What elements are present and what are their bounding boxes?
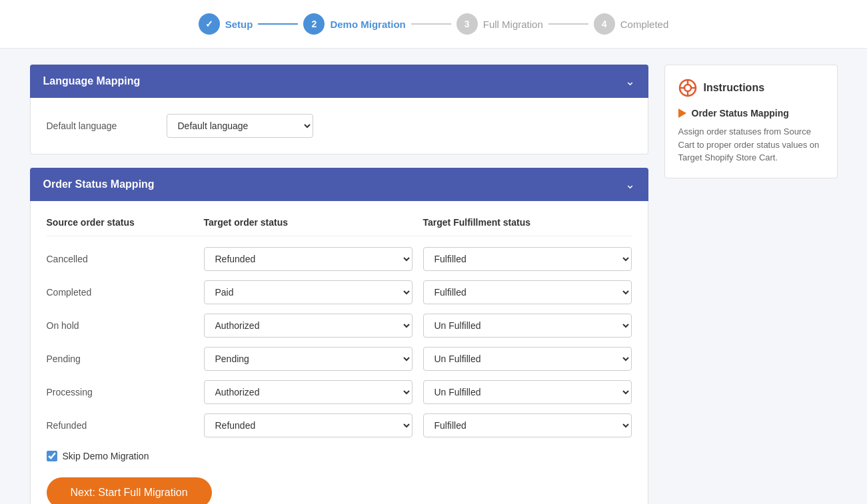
step-demo-label: Demo Migration [330, 19, 405, 30]
fulfillment-select-cancelled[interactable]: Fulfilled Un Fulfilled Partially Fulfill… [423, 247, 632, 271]
order-status-mapping-section: Order Status Mapping ⌄ Source order stat… [30, 168, 648, 504]
fulfillment-select-processing[interactable]: Fulfilled Un Fulfilled Partially Fulfill… [423, 380, 632, 404]
step-demo-circle: 2 [303, 13, 325, 35]
instructions-panel: Instructions Order Status Mapping Assign… [664, 65, 838, 178]
language-mapping-chevron: ⌄ [625, 74, 635, 89]
skip-demo-checkbox[interactable] [47, 451, 57, 461]
source-status-cancelled: Cancelled [47, 254, 193, 264]
instructions-heading: Instructions [704, 82, 765, 94]
source-status-onhold: On hold [47, 320, 193, 331]
step-setup-circle: ✓ [199, 13, 220, 35]
table-row: Completed Refunded Paid Authorized Pendi… [47, 280, 632, 304]
source-status-refunded: Refunded [47, 420, 193, 431]
step-full-circle: 3 [456, 13, 478, 35]
fulfillment-header: Target Fulfillment status [423, 217, 632, 228]
mapping-table-header: Source order status Target order status … [47, 217, 632, 236]
order-status-mapping-title: Order Status Mapping [43, 178, 155, 190]
step-full: 3 Full Migration [456, 13, 543, 35]
target-select-pending[interactable]: Refunded Paid Authorized Pending Partial… [204, 347, 413, 371]
step-completed-label: Completed [620, 19, 669, 30]
target-select-refunded[interactable]: Refunded Paid Authorized Pending Partial… [204, 413, 413, 437]
source-status-processing: Processing [47, 387, 193, 397]
arrow-right-icon [678, 109, 686, 118]
instructions-section-header: Order Status Mapping [678, 108, 824, 119]
fulfillment-select-pending[interactable]: Fulfilled Un Fulfilled Partially Fulfill… [423, 347, 632, 371]
stepper: ✓ Setup 2 Demo Migration 3 Full Migratio… [0, 0, 867, 49]
table-row: Processing Refunded Paid Authorized Pend… [47, 380, 632, 404]
source-status-pending: Pending [47, 354, 193, 364]
table-row: On hold Refunded Paid Authorized Pending… [47, 314, 632, 338]
content-area: Language Mapping ⌄ Default language Defa… [30, 65, 648, 504]
instructions-description: Assign order statuses from Source Cart t… [678, 125, 824, 164]
order-status-chevron: ⌄ [625, 177, 635, 192]
step-demo: 2 Demo Migration [303, 13, 405, 35]
target-select-cancelled[interactable]: Refunded Paid Authorized Pending Partial… [204, 247, 413, 271]
language-mapping-header[interactable]: Language Mapping ⌄ [30, 65, 648, 98]
source-status-completed: Completed [47, 287, 193, 298]
target-select-processing[interactable]: Refunded Paid Authorized Pending Partial… [204, 380, 413, 404]
default-language-select[interactable]: Default language English French German S… [167, 114, 313, 138]
order-status-mapping-header[interactable]: Order Status Mapping ⌄ [30, 168, 648, 201]
target-select-completed[interactable]: Refunded Paid Authorized Pending Partial… [204, 280, 413, 304]
language-mapping-body: Default language Default language Englis… [30, 98, 648, 154]
connector-1 [258, 23, 298, 25]
fulfillment-select-onhold[interactable]: Fulfilled Un Fulfilled Partially Fulfill… [423, 314, 632, 338]
instructions-section-title-text: Order Status Mapping [692, 108, 789, 119]
language-form-row: Default language Default language Englis… [47, 114, 632, 138]
table-row: Pending Refunded Paid Authorized Pending… [47, 347, 632, 371]
step-full-label: Full Migration [483, 19, 543, 30]
table-row: Cancelled Refunded Paid Authorized Pendi… [47, 247, 632, 271]
step-setup: ✓ Setup [199, 13, 253, 35]
step-setup-label: Setup [225, 19, 253, 30]
connector-2 [411, 23, 451, 25]
table-row: Refunded Refunded Paid Authorized Pendin… [47, 413, 632, 437]
skip-demo-row: Skip Demo Migration [47, 451, 632, 461]
target-select-onhold[interactable]: Refunded Paid Authorized Pending Partial… [204, 314, 413, 338]
order-status-mapping-body: Source order status Target order status … [30, 201, 648, 504]
language-mapping-title: Language Mapping [43, 75, 141, 87]
connector-3 [548, 23, 588, 25]
main-layout: Language Mapping ⌄ Default language Defa… [14, 65, 854, 504]
language-mapping-section: Language Mapping ⌄ Default language Defa… [30, 65, 648, 154]
step-completed: 4 Completed [594, 13, 669, 35]
fulfillment-select-completed[interactable]: Fulfilled Un Fulfilled Partially Fulfill… [423, 280, 632, 304]
next-start-full-migration-button[interactable]: Next: Start Full Migration [47, 477, 212, 504]
mapping-table: Source order status Target order status … [47, 217, 632, 437]
lifesaver-icon [678, 79, 697, 97]
target-header: Target order status [204, 217, 413, 228]
source-header: Source order status [47, 217, 193, 228]
fulfillment-select-refunded[interactable]: Fulfilled Un Fulfilled Partially Fulfill… [423, 413, 632, 437]
default-language-label: Default language [47, 121, 153, 131]
step-completed-circle: 4 [594, 13, 615, 35]
svg-point-1 [684, 85, 691, 91]
instructions-title-row: Instructions [678, 79, 824, 97]
skip-demo-label[interactable]: Skip Demo Migration [63, 451, 149, 461]
